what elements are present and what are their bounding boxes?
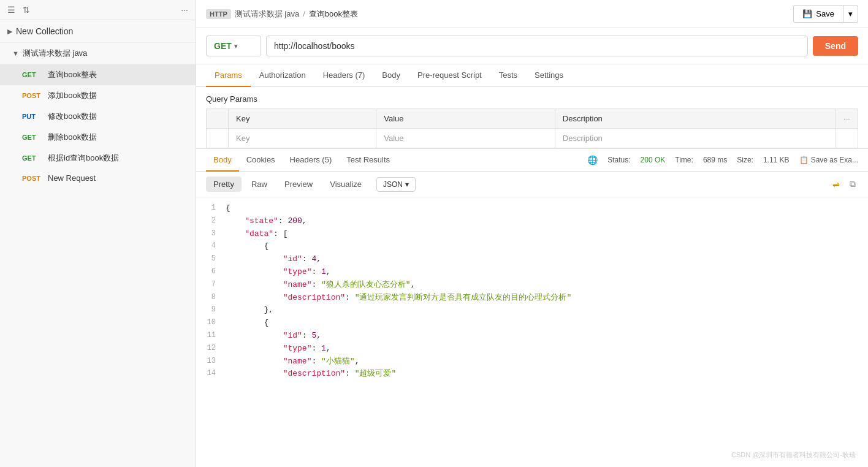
code-line: 11 "id": 5,	[206, 330, 858, 343]
collection-name: New Collection	[16, 26, 73, 36]
method-select[interactable]: GET ▾	[206, 36, 261, 56]
line-number: 7	[206, 279, 226, 290]
method-badge: POST	[22, 92, 43, 99]
code-area: 1{2 "state": 200,3 "data": [4 {5 "id": 4…	[196, 197, 868, 467]
line-number: 5	[206, 253, 226, 265]
sidebar: ☰ ⇅ ··· ▶ New Collection ▼ 测试请求数据 java G…	[0, 0, 196, 467]
line-content: "name": "小猫猫",	[226, 355, 359, 368]
params-row-checkbox[interactable]	[207, 129, 229, 148]
line-content: },	[226, 304, 273, 317]
request-list: GET查询book整表POST添加book数据PUT修改book数据GET删除b…	[0, 64, 196, 188]
save-button[interactable]: 💾 Save	[793, 5, 843, 23]
response-tab[interactable]: Headers (5)	[283, 149, 340, 172]
body-actions: ⇌ ⧉	[830, 177, 858, 192]
code-line: 4 {	[206, 240, 858, 253]
sort-icon[interactable]: ⇅	[23, 5, 30, 15]
line-content: "name": "狼人杀的队友心态分析",	[226, 279, 415, 292]
request-tab[interactable]: Body	[373, 64, 409, 87]
request-tab[interactable]: Headers (7)	[314, 64, 374, 87]
url-input[interactable]	[266, 36, 808, 56]
method-select-text: GET	[214, 41, 232, 51]
request-label: 删除book数据	[48, 132, 97, 143]
request-tab[interactable]: Settings	[526, 64, 572, 87]
code-line: 7 "name": "狼人杀的队友心态分析",	[206, 279, 858, 292]
body-format-tab[interactable]: Pretty	[206, 177, 242, 192]
copy-icon[interactable]: ⧉	[847, 177, 858, 192]
size-value: 1.11 KB	[763, 156, 790, 164]
save-label: Save	[816, 9, 834, 18]
method-badge: PUT	[22, 113, 43, 120]
body-format-tab[interactable]: Raw	[244, 177, 275, 192]
save-example-button[interactable]: 📋 Save as Exa...	[799, 156, 858, 164]
sidebar-request-item[interactable]: GET删除book数据	[0, 127, 196, 148]
sidebar-request-item[interactable]: PUT修改book数据	[0, 106, 196, 127]
code-line: 5 "id": 4,	[206, 253, 858, 266]
top-bar: HTTP 测试请求数据 java / 查询book整表 💾 Save ▾	[196, 0, 868, 28]
sidebar-request-item[interactable]: GET根据id查询book数据	[0, 148, 196, 169]
code-line: 6 "type": 1,	[206, 266, 858, 279]
response-tabs: BodyCookiesHeaders (5)Test Results 🌐 Sta…	[196, 149, 868, 172]
time-label: Time:	[675, 156, 693, 164]
method-badge: GET	[22, 134, 43, 141]
method-badge: GET	[22, 71, 43, 78]
params-row-description[interactable]: Description	[555, 129, 836, 148]
breadcrumb-method-badge: HTTP	[206, 9, 231, 19]
code-line: 8 "description": "通过玩家发言判断对方是否具有成立队友的目的心…	[206, 292, 858, 305]
code-line: 14 "description": "超级可爱"	[206, 368, 858, 381]
sidebar-request-item[interactable]: POST添加book数据	[0, 85, 196, 106]
collection-item[interactable]: ▶ New Collection	[0, 20, 196, 43]
body-format-tab[interactable]: Visualize	[322, 177, 369, 192]
folder-arrow-icon: ▼	[12, 50, 19, 57]
folder-item[interactable]: ▼ 测试请求数据 java	[0, 43, 196, 64]
sidebar-request-item[interactable]: GET查询book整表	[0, 64, 196, 85]
line-number: 11	[206, 330, 226, 341]
line-content: "id": 5,	[226, 330, 321, 343]
more-icon[interactable]: ···	[181, 5, 188, 15]
line-number: 1	[206, 202, 226, 214]
main-content: HTTP 测试请求数据 java / 查询book整表 💾 Save ▾ GET…	[196, 0, 868, 467]
line-content: "data": [	[226, 228, 287, 241]
status-label: Status:	[607, 156, 630, 164]
response-tab[interactable]: Body	[206, 149, 239, 172]
params-row-value[interactable]: Value	[376, 129, 555, 148]
line-content: "state": 200,	[226, 215, 307, 228]
response-tab[interactable]: Test Results	[339, 149, 397, 172]
send-button[interactable]: Send	[813, 36, 858, 56]
request-label: 根据id查询book数据	[48, 153, 119, 164]
request-tab[interactable]: Authorization	[251, 64, 314, 87]
code-line: 10 {	[206, 317, 858, 330]
save-button-group: 💾 Save ▾	[793, 5, 858, 23]
response-tab[interactable]: Cookies	[239, 149, 283, 172]
params-section: Query Params Key Value Description ··· K…	[196, 87, 868, 148]
save-icon: 💾	[802, 9, 812, 18]
request-label: 查询book整表	[48, 69, 97, 80]
body-format-tab[interactable]: Preview	[277, 177, 320, 192]
breadcrumb: HTTP 测试请求数据 java / 查询book整表	[206, 9, 358, 20]
line-number: 3	[206, 228, 226, 240]
params-row-key[interactable]: Key	[229, 129, 376, 148]
line-number: 10	[206, 317, 226, 328]
save-dropdown-button[interactable]: ▾	[843, 5, 858, 23]
method-badge: POST	[22, 175, 43, 182]
request-tab[interactable]: Params	[206, 64, 251, 87]
collection-arrow-icon: ▶	[7, 28, 12, 36]
body-format-tabs: PrettyRawPreviewVisualize	[206, 177, 369, 192]
method-select-arrow-icon: ▾	[234, 42, 238, 50]
request-tab[interactable]: Pre-request Script	[409, 64, 490, 87]
status-code: 200 OK	[641, 156, 666, 164]
code-line: 13 "name": "小猫猫",	[206, 355, 858, 368]
line-number: 13	[206, 355, 226, 367]
sidebar-request-item[interactable]: POSTNew Request	[0, 169, 196, 188]
line-content: "type": 1,	[226, 343, 331, 355]
line-number: 12	[206, 343, 226, 354]
params-col-actions: ···	[836, 109, 858, 129]
line-number: 2	[206, 215, 226, 227]
size-label: Size:	[737, 156, 753, 164]
line-content: {	[226, 202, 230, 215]
list-icon[interactable]: ☰	[7, 5, 15, 15]
json-type-select[interactable]: JSON ▾	[376, 177, 416, 192]
wrap-icon[interactable]: ⇌	[830, 177, 842, 192]
request-tab[interactable]: Tests	[490, 64, 526, 87]
line-number: 6	[206, 266, 226, 278]
params-col-key: Key	[229, 109, 376, 129]
